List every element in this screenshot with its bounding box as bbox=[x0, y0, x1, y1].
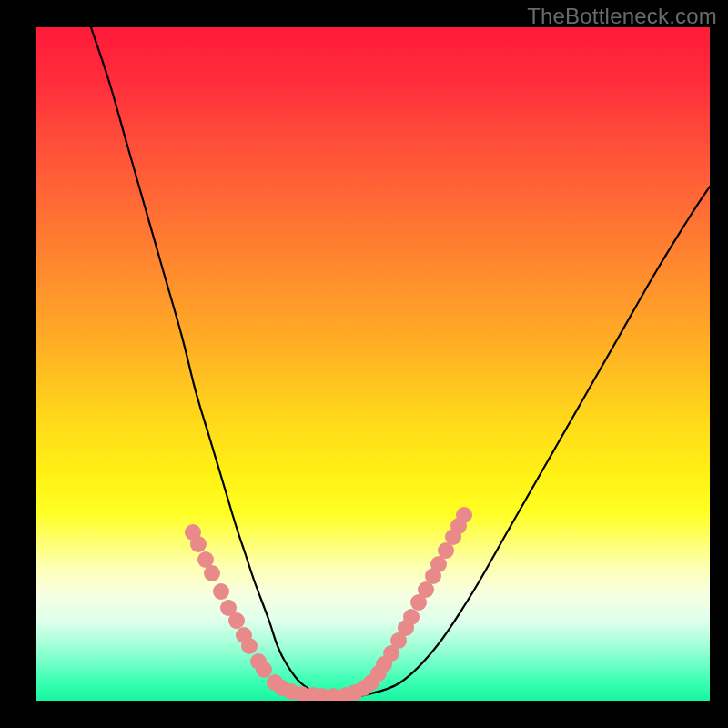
marker-cluster bbox=[185, 507, 472, 701]
watermark-label: TheBottleneck.com bbox=[527, 4, 717, 29]
curve-marker bbox=[256, 662, 272, 678]
chart-frame: TheBottleneck.com bbox=[0, 0, 728, 728]
plot-area bbox=[36, 27, 710, 701]
curve-marker bbox=[228, 612, 245, 629]
curve-svg bbox=[36, 27, 710, 701]
curve-marker bbox=[403, 609, 420, 625]
bottleneck-curve bbox=[91, 27, 710, 697]
curve-marker bbox=[190, 536, 207, 552]
curve-marker bbox=[204, 565, 220, 581]
curve-marker bbox=[241, 638, 258, 654]
curve-marker bbox=[213, 583, 229, 600]
curve-marker bbox=[456, 507, 472, 523]
